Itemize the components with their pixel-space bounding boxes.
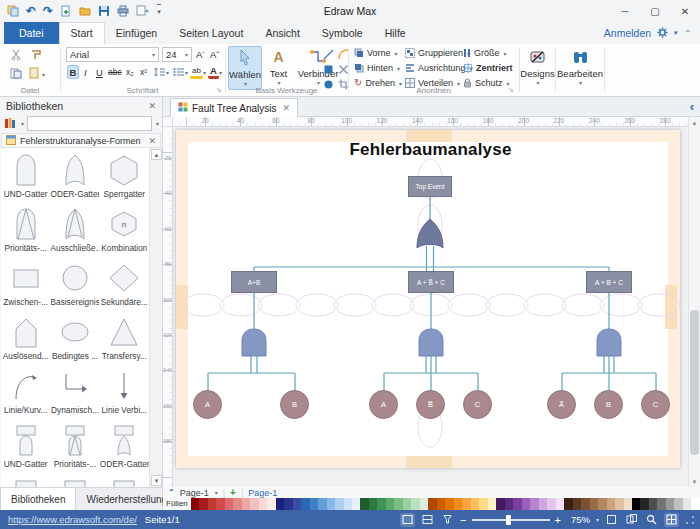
basic-event-node[interactable]: A̅ [547,390,576,419]
palette-swatch[interactable] [284,498,292,510]
palette-swatch[interactable] [199,498,207,510]
pan-zoom-icon[interactable] [440,513,455,527]
palette-swatch[interactable] [624,498,632,510]
text-tool-button[interactable]: A Text▾ [265,46,292,90]
bullet-list-icon[interactable] [172,66,185,78]
palette-swatch[interactable] [496,498,504,510]
superscript-button[interactable]: x² [138,65,149,79]
magnifier-icon[interactable] [644,513,659,527]
library-icon[interactable] [4,117,17,131]
palette-swatch[interactable] [445,498,453,510]
shape-sperrgatter[interactable]: Sperrgatter [100,148,149,202]
basic-event-node[interactable]: C [641,390,670,419]
palette-swatch[interactable] [462,498,470,510]
multi-page-icon[interactable] [624,513,639,527]
sidebar-tab-wiederherstellung[interactable]: Wiederherstellung [76,488,177,510]
customize-qat-icon[interactable]: ▾ [157,4,161,18]
palette-swatch[interactable] [310,498,318,510]
palette-swatch[interactable] [674,498,682,510]
tab-symbole[interactable]: Symbole [311,22,374,44]
library-section-title[interactable]: Fehlerstrukturanalyse-Formen [20,136,141,146]
tab-start[interactable]: Start [59,22,105,44]
zoom-slider[interactable] [472,515,550,525]
page-break-view-icon[interactable] [420,513,435,527]
shape-partial[interactable] [50,472,99,487]
grid-view-icon[interactable] [664,513,679,527]
vorne-button[interactable]: Vorne▾ [354,48,398,58]
palette-swatch[interactable] [267,498,275,510]
gate-node[interactable]: A + B + C [586,271,632,293]
palette-swatch[interactable] [649,498,657,510]
collapse-ribbon-icon[interactable]: ⌃ [684,28,692,39]
open-icon[interactable] [79,4,91,18]
copy-format-icon[interactable] [27,67,40,79]
normal-view-icon[interactable] [400,513,415,527]
shape-linie-kurve[interactable]: Linie/Kurv... [1,364,50,418]
palette-swatch[interactable] [276,498,284,510]
drawing-canvas[interactable]: Fehlerbaumanalyse Top Event A+B A + B̅ +… [173,127,688,487]
document-tab-close-icon[interactable]: ✕ [282,103,290,113]
palette-swatch[interactable] [233,498,241,510]
font-size-select[interactable]: 24▾ [162,47,192,62]
shape-ausschliessendes-gatter[interactable]: Ausschließe... [50,202,99,256]
shape-partial[interactable] [100,472,149,487]
palette-swatch[interactable] [259,498,267,510]
shape-kombination[interactable]: nKombination [100,202,149,256]
palette-swatch[interactable] [598,498,606,510]
save-icon[interactable] [98,4,110,18]
shape-prioritaets-gatter[interactable]: Prioritäts-... [1,202,50,256]
zoom-caret-icon[interactable]: ▾ [596,516,599,523]
gruppieren-button[interactable]: Gruppieren▾ [405,48,470,58]
palette-swatch[interactable] [539,498,547,510]
zoom-in-icon[interactable]: + [555,514,561,526]
paste-icon[interactable] [9,67,22,79]
font-color-button[interactable]: A [208,65,219,79]
rectangle-tool-icon[interactable] [322,63,335,75]
shape-und-gatter[interactable]: UND-Gatter [1,148,50,202]
tab-ansicht[interactable]: Ansicht [254,22,310,44]
document-tab[interactable]: Fault Tree Analysis ✕ [170,98,298,117]
shape-basisereignis[interactable]: Basisereignis [50,256,99,310]
add-page-icon[interactable]: + [230,488,236,497]
zentriert-button[interactable]: Zentriert [463,63,513,73]
palette-swatch[interactable] [479,498,487,510]
basic-event-node[interactable]: A [369,390,398,419]
palette-swatch[interactable] [225,498,233,510]
subscript-button[interactable]: x₂ [124,65,136,79]
palette-swatch[interactable] [369,498,377,510]
palette-swatch[interactable] [454,498,462,510]
settings-gear-icon[interactable] [657,27,668,40]
decrease-font-button[interactable]: Aˇ [208,47,222,61]
fit-page-icon[interactable] [604,513,619,527]
strikethrough-button[interactable]: abc [106,65,124,79]
tab-seiten-layout[interactable]: Seiten Layout [168,22,254,44]
resize-grip[interactable] [686,516,694,524]
palette-swatch[interactable] [691,498,699,510]
shape-ausloesendes-ereignis[interactable]: Auslösend... [1,310,50,364]
cut-icon[interactable] [9,49,22,61]
palette-swatch[interactable] [293,498,301,510]
copy-icon[interactable] [7,4,19,18]
palette-swatch[interactable] [513,498,521,510]
palette-swatch[interactable] [556,498,564,510]
tab-datei[interactable]: Datei [4,22,59,44]
palette-swatch[interactable] [411,498,419,510]
gate-node[interactable]: A+B [231,271,277,293]
palette-swatch[interactable] [335,498,343,510]
schriftart-expander-icon[interactable]: ⇘ [216,86,222,94]
palette-swatch[interactable] [547,498,555,510]
minimize-button[interactable]: ─ [610,1,640,21]
gallery-scrollbar[interactable]: ▲ ▼ [149,148,162,487]
shape-linie-verbinder[interactable]: Linie Verbi... [100,364,149,418]
select-tool-button[interactable]: Wählen▾ [228,46,262,90]
scrollbar-thumb[interactable] [690,310,699,455]
palette-swatch[interactable] [250,498,258,510]
bold-button[interactable]: B [66,65,80,79]
palette-swatch[interactable] [615,498,623,510]
palette-swatch[interactable] [522,498,530,510]
highlight-color-button[interactable]: ab [190,65,203,79]
shape-oder-gatter-mit-ereignis[interactable]: ODER-Gatter [100,418,149,472]
collapse-panel-icon[interactable]: ‹ [690,99,694,114]
maximize-button[interactable]: ▢ [640,1,670,21]
palette-swatch[interactable] [403,498,411,510]
